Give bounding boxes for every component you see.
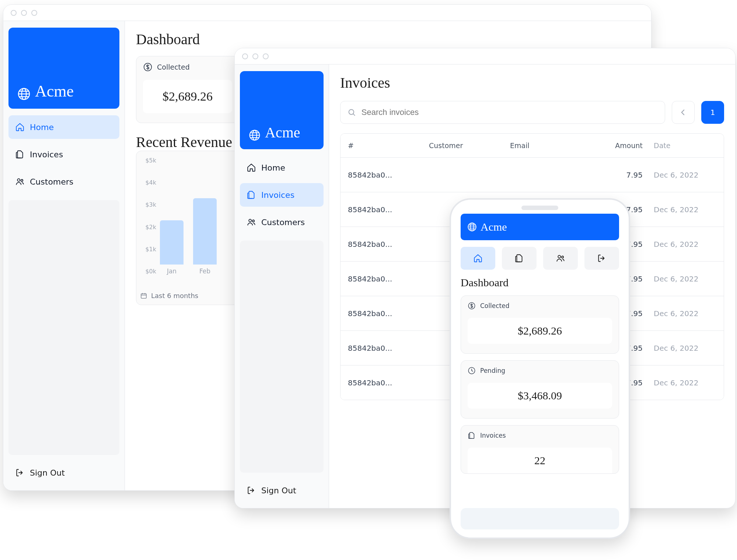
sidebar-item-label: Customers: [261, 218, 305, 227]
cell-amount: 7.95: [584, 171, 643, 179]
calendar-icon: [140, 292, 147, 300]
chart-bars: Jan Feb: [160, 157, 217, 275]
collected-value: $2,689.26: [468, 318, 612, 344]
page-number: 1: [710, 108, 715, 117]
cell-id: 85842ba0...: [348, 309, 429, 318]
window-close-dot[interactable]: [11, 10, 17, 16]
chart-x-label: Feb: [199, 267, 210, 275]
cell-date: Dec 6, 2022: [643, 344, 716, 353]
home-icon: [473, 253, 483, 263]
sidebar: Acme Home Invoices Customers Si: [235, 64, 329, 508]
cell-date: Dec 6, 2022: [643, 171, 716, 179]
sidebar: Acme Home Invoices Customers Si: [3, 21, 125, 490]
cell-date: Dec 6, 2022: [643, 240, 716, 249]
window-max-dot[interactable]: [31, 10, 37, 16]
document-icon: [15, 150, 25, 159]
users-icon: [556, 253, 565, 263]
sidebar-spacer: [240, 241, 324, 473]
cell-id: 85842ba0...: [348, 378, 429, 387]
cell-date: Dec 6, 2022: [643, 378, 716, 387]
brand-logo[interactable]: Acme: [240, 71, 324, 149]
tab-customers[interactable]: [543, 247, 578, 270]
collected-value: $2,689.26: [143, 80, 232, 113]
signout-button[interactable]: Sign Out: [8, 462, 119, 484]
col-customer: Customer: [429, 141, 510, 150]
sidebar-item-invoices[interactable]: Invoices: [8, 143, 119, 166]
window-min-dot[interactable]: [21, 10, 27, 16]
col-id: #: [348, 141, 429, 150]
phone-notch: [521, 206, 558, 210]
sidebar-item-home[interactable]: Home: [8, 115, 119, 139]
search-icon: [347, 108, 356, 117]
search-input[interactable]: [340, 101, 665, 124]
sidebar-item-label: Invoices: [261, 190, 294, 200]
pending-value: $3,468.09: [468, 383, 612, 409]
sidebar-item-customers[interactable]: Customers: [8, 170, 119, 193]
document-icon: [468, 431, 476, 440]
document-icon: [247, 190, 256, 200]
collected-card: Collected $2,689.26: [461, 295, 619, 354]
users-icon: [15, 177, 25, 186]
cell-id: 85842ba0...: [348, 274, 429, 283]
sidebar-item-customers[interactable]: Customers: [240, 210, 324, 234]
users-icon: [247, 217, 256, 227]
brand-name: Acme: [265, 124, 300, 141]
dollar-icon: [468, 302, 476, 310]
signout-label: Sign Out: [261, 486, 296, 495]
cell-id: 85842ba0...: [348, 171, 429, 179]
clock-icon: [468, 367, 476, 375]
collected-card: Collected $2,689.26: [136, 56, 239, 123]
window-controls: [235, 48, 735, 64]
collected-label: Collected: [157, 63, 190, 71]
window-max-dot[interactable]: [263, 53, 269, 59]
sidebar-spacer: [8, 200, 119, 455]
dollar-icon: [143, 62, 153, 72]
page-number-button[interactable]: 1: [701, 101, 724, 124]
arrow-left-icon: [678, 108, 688, 117]
invoices-count-value: 22: [468, 448, 612, 473]
table-row[interactable]: 85842ba0...7.95Dec 6, 2022: [340, 157, 724, 192]
tab-signout[interactable]: [584, 247, 619, 270]
page-title: Dashboard: [136, 31, 640, 48]
revenue-chart: $5k $4k $3k $2k $1k $0k Jan: [136, 151, 239, 305]
tab-home[interactable]: [461, 247, 495, 270]
col-amount: Amount: [584, 141, 643, 150]
page-title: Dashboard: [461, 276, 619, 289]
brand-logo[interactable]: Acme: [461, 214, 619, 240]
brand-name: Acme: [481, 221, 507, 233]
invoices-count-label: Invoices: [480, 432, 506, 439]
page-prev-button[interactable]: [672, 101, 695, 124]
chart-bar: [193, 198, 217, 265]
signout-button[interactable]: Sign Out: [240, 479, 324, 501]
cell-id: 85842ba0...: [348, 240, 429, 249]
col-email: Email: [510, 141, 584, 150]
sidebar-item-label: Home: [30, 123, 54, 132]
cell-date: Dec 6, 2022: [643, 205, 716, 214]
globe-icon: [249, 129, 261, 141]
logout-icon: [247, 486, 256, 495]
sidebar-item-label: Home: [261, 163, 285, 172]
pending-card: Pending $3,468.09: [461, 360, 619, 419]
cell-date: Dec 6, 2022: [643, 309, 716, 318]
globe-icon: [17, 87, 31, 101]
window-min-dot[interactable]: [252, 53, 258, 59]
search-field[interactable]: [361, 107, 658, 118]
signout-label: Sign Out: [30, 468, 65, 477]
window-close-dot[interactable]: [242, 53, 248, 59]
sidebar-item-invoices[interactable]: Invoices: [240, 183, 324, 207]
sidebar-item-home[interactable]: Home: [240, 156, 324, 179]
document-icon: [514, 253, 524, 263]
cell-date: Dec 6, 2022: [643, 274, 716, 283]
table-header: # Customer Email Amount Date: [340, 134, 724, 157]
home-icon: [247, 163, 256, 172]
cell-id: 85842ba0...: [348, 205, 429, 214]
chart-y-axis: $5k $4k $3k $2k $1k $0k: [141, 157, 158, 275]
home-icon: [15, 122, 25, 132]
brand-logo[interactable]: Acme: [8, 28, 119, 109]
tab-invoices[interactable]: [502, 247, 537, 270]
phone-home-bar: [461, 508, 619, 529]
invoices-count-card: Invoices 22: [461, 425, 619, 474]
collected-label: Collected: [480, 302, 509, 309]
col-date: Date: [643, 141, 716, 150]
cell-id: 85842ba0...: [348, 344, 429, 353]
